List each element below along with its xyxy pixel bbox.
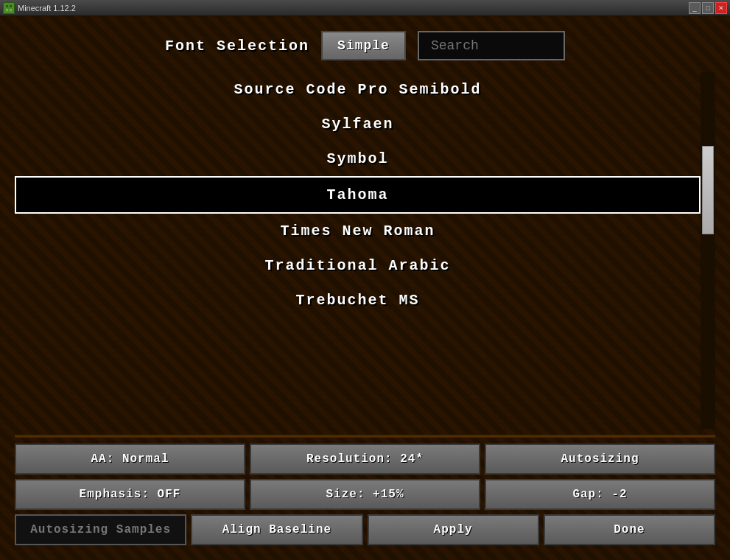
main-content: Font Selection Simple Source Code Pro Se… [0, 16, 730, 560]
svg-rect-2 [10, 5, 12, 7]
control-row-2: Emphasis: OFF Size: +15% Gap: -2 [15, 479, 715, 510]
svg-rect-1 [6, 5, 8, 7]
autosizing-samples-button[interactable]: Autosizing Samples [15, 514, 186, 545]
svg-rect-3 [6, 9, 8, 11]
title-bar-left: Minecraft 1.12.2 [3, 2, 76, 14]
apply-button[interactable]: Apply [368, 514, 539, 545]
separator [15, 435, 715, 438]
font-item-trebuchet-ms[interactable]: Trebuchet MS [15, 283, 701, 318]
font-item-sylfaen[interactable]: Sylfaen [15, 107, 701, 141]
font-item-symbol[interactable]: Symbol [15, 141, 701, 176]
font-item-traditional-arabic[interactable]: Traditional Arabic [15, 248, 701, 283]
done-button[interactable]: Done [544, 514, 715, 545]
font-selection-label: Font Selection [165, 38, 309, 55]
font-item-tahoma[interactable]: Tahoma [15, 176, 701, 214]
maximize-button[interactable]: □ [702, 2, 714, 14]
header-row: Font Selection Simple [15, 31, 715, 60]
emphasis-button[interactable]: Emphasis: OFF [15, 479, 245, 510]
autosizing-button[interactable]: Autosizing [485, 444, 715, 475]
svg-rect-4 [10, 9, 12, 11]
scrollbar-track [701, 72, 715, 429]
simple-button[interactable]: Simple [321, 31, 406, 60]
font-list-container: Source Code Pro Semibold Sylfaen Symbol … [15, 72, 715, 429]
minimize-button[interactable]: _ [689, 2, 701, 14]
aa-button[interactable]: AA: Normal [15, 444, 245, 475]
close-button[interactable]: ✕ [715, 2, 727, 14]
resolution-button[interactable]: Resolution: 24* [250, 444, 480, 475]
font-item-times-new-roman[interactable]: Times New Roman [15, 214, 701, 248]
control-row-1: AA: Normal Resolution: 24* Autosizing [15, 444, 715, 475]
scrollbar-thumb[interactable] [702, 146, 714, 234]
gap-button[interactable]: Gap: -2 [485, 479, 715, 510]
search-input[interactable] [418, 31, 565, 60]
main-window: Minecraft 1.12.2 _ □ ✕ Font Selection Si… [0, 0, 730, 560]
align-baseline-button[interactable]: Align Baseline [191, 514, 362, 545]
bottom-controls: AA: Normal Resolution: 24* Autosizing Em… [15, 444, 715, 553]
control-row-3: Autosizing Samples Align Baseline Apply … [15, 514, 715, 545]
svg-rect-0 [4, 4, 13, 13]
window-controls: _ □ ✕ [689, 2, 727, 14]
window-title: Minecraft 1.12.2 [18, 4, 76, 13]
title-bar: Minecraft 1.12.2 _ □ ✕ [0, 0, 730, 16]
size-button[interactable]: Size: +15% [250, 479, 480, 510]
app-icon [3, 2, 15, 14]
font-item-source-code-pro[interactable]: Source Code Pro Semibold [15, 72, 701, 107]
font-list: Source Code Pro Semibold Sylfaen Symbol … [15, 72, 701, 429]
